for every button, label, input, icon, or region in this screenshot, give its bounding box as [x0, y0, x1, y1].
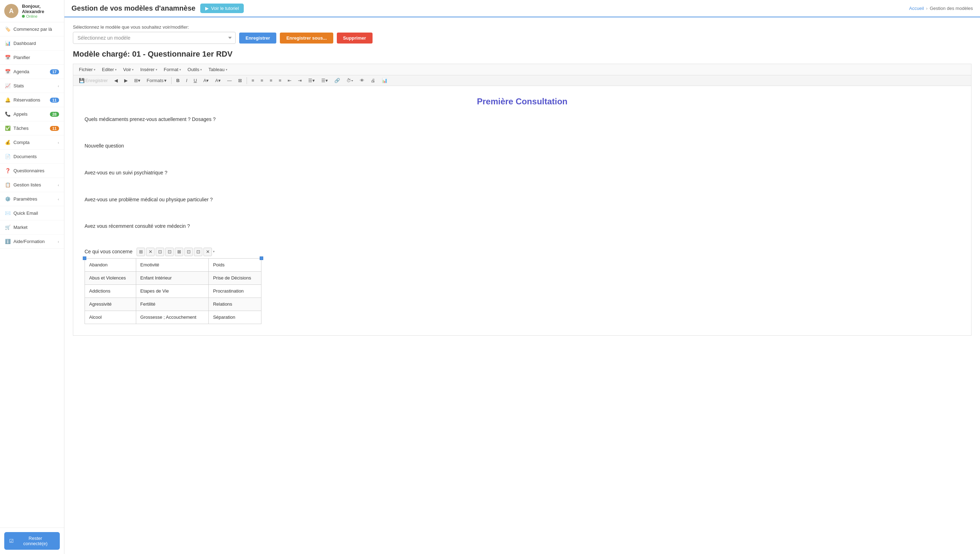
table-ctrl-row-insert-before[interactable]: ⊡	[185, 248, 193, 256]
table-cell[interactable]: Poids	[209, 258, 261, 271]
toolbar-font-color[interactable]: A▾	[200, 76, 212, 84]
table-cell[interactable]: Abandon	[85, 258, 136, 271]
model-select[interactable]: Sélectionnez un modèle	[73, 32, 235, 44]
editor-toolbar: 💾 Enregistrer ◀ ▶ ⊞▾ Formats ▾ B I U A▾ …	[73, 75, 972, 86]
breadcrumb-home[interactable]: Accueil	[909, 6, 924, 11]
table-cell[interactable]: Agressivité	[85, 298, 136, 311]
toolbar-sep-1	[171, 77, 172, 84]
toolbar-underline[interactable]: U	[191, 76, 199, 84]
sidebar-item-compta[interactable]: 💰 Compta ‹	[0, 135, 64, 150]
toolbar-bullets[interactable]: ☰▾	[305, 76, 318, 84]
toolbar-table[interactable]: ⊞▾	[131, 76, 143, 84]
table-ctrl-col-del[interactable]: ⊠	[175, 248, 183, 256]
sidebar-item-stats[interactable]: 📈 Stats ‹	[0, 79, 64, 93]
play-icon: ▶	[205, 6, 209, 11]
toolbar-bg-color[interactable]: A▾	[212, 76, 224, 84]
table-ctrl-row-insert-after[interactable]: ⊡	[194, 248, 202, 256]
select-label: Sélectionnez le modèle que vous souhaite…	[73, 24, 972, 30]
toolbar-eye[interactable]: 👁	[357, 76, 367, 84]
table-ctrl-col-insert-after[interactable]: ⊡	[165, 248, 174, 256]
table-ctrl-col-insert-before[interactable]: ⊡	[156, 248, 164, 256]
toolbar-outdent[interactable]: ⇤	[285, 76, 294, 84]
toolbar-formats[interactable]: Formats ▾	[144, 76, 170, 84]
toolbar-hr[interactable]: —	[224, 76, 235, 84]
table-selector-tl[interactable]	[83, 256, 86, 260]
table-cell[interactable]: Alcool	[85, 311, 136, 324]
editor-document-title: Première Consultation	[84, 94, 960, 109]
toolbar-undo[interactable]: ◀	[111, 76, 121, 84]
sidebar-item-appels[interactable]: 📞 Appels 28	[0, 107, 64, 121]
toolbar-align-justify[interactable]: ≡	[276, 76, 285, 84]
stay-connected-button[interactable]: ☑ Rester connecté(e)	[4, 532, 60, 550]
save-button[interactable]: Enregistrer	[239, 33, 276, 43]
sidebar-item-agenda[interactable]: 📅 Agenda 17	[0, 65, 64, 79]
parametres-chevron: ‹	[58, 197, 59, 201]
toolbar-print[interactable]: 🖨	[368, 76, 378, 84]
table-cell[interactable]: Séparation	[209, 311, 261, 324]
toolbar-align-center[interactable]: ≡	[258, 76, 266, 84]
table-cell[interactable]: Enfant Intérieur	[136, 271, 209, 285]
table-cell[interactable]: Prise de Décisions	[209, 271, 261, 285]
reservations-badge: 11	[50, 98, 59, 103]
menu-tableau[interactable]: Tableau ▾	[205, 65, 230, 73]
table-cell[interactable]: Etapes de Vie	[136, 285, 209, 298]
sidebar-item-market[interactable]: 🛒 Market	[0, 220, 64, 234]
toolbar-numbered[interactable]: ☰▾	[318, 76, 331, 84]
table-cell[interactable]: Fertilité	[136, 298, 209, 311]
sidebar-item-planifier[interactable]: 📅 Planifier	[0, 51, 64, 65]
toolbar-link[interactable]: 🔗	[331, 76, 343, 84]
table-cell[interactable]: Relations	[209, 298, 261, 311]
table-cell[interactable]: Grossesse ; Accouchement	[136, 311, 209, 324]
table-cell[interactable]: Addictions	[85, 285, 136, 298]
save-as-button[interactable]: Enregistrer sous...	[280, 33, 333, 43]
toolbar-redo[interactable]: ▶	[121, 76, 130, 84]
table-ctrl-grid[interactable]: ⊞	[137, 248, 145, 256]
toolbar-chart[interactable]: 📊	[379, 76, 390, 84]
sidebar-item-reservations[interactable]: 🔔 Réservations 11	[0, 93, 64, 107]
sidebar-item-documents[interactable]: 📄 Documents	[0, 150, 64, 164]
sidebar-item-gestion-listes[interactable]: 📋 Gestion listes ‹	[0, 178, 64, 192]
toolbar-align-right[interactable]: ≡	[267, 76, 275, 84]
table-selector-tr[interactable]	[260, 256, 263, 260]
delete-button[interactable]: Supprimer	[337, 33, 372, 43]
toolbar-timer[interactable]: ⏱▾	[344, 76, 356, 84]
menu-voir[interactable]: Voir ▾	[120, 65, 137, 73]
table-cell[interactable]: Abus et Violences	[85, 271, 136, 285]
sidebar-item-dashboard[interactable]: 📊 Dashboard	[0, 37, 64, 51]
info-icon: ℹ️	[5, 239, 11, 244]
editor-content[interactable]: Première Consultation Quels médicaments …	[73, 86, 972, 336]
sidebar-nav: 🏷️ Commencez par là 📊 Dashboard 📅 Planif…	[0, 22, 64, 527]
editor-question-2: Nouvelle question	[84, 142, 960, 150]
menu-format[interactable]: Format ▾	[161, 65, 184, 73]
sidebar-item-taches[interactable]: ✅ Tâches 11	[0, 121, 64, 135]
tutorial-button[interactable]: ▶ Voir le tutoriel	[200, 3, 244, 13]
editor-spacer-2	[84, 155, 960, 164]
table-cell[interactable]: Emotivité	[136, 258, 209, 271]
toolbar-special[interactable]: ⊠	[235, 76, 245, 84]
sidebar-item-quick-email[interactable]: ✉️ Quick Email	[0, 206, 64, 220]
status-dot	[22, 15, 25, 18]
user-status: Online	[22, 14, 60, 18]
toolbar-indent[interactable]: ⇥	[295, 76, 305, 84]
toolbar-bold[interactable]: B	[173, 76, 182, 84]
toolbar-align-left[interactable]: ≡	[249, 76, 257, 84]
table-ctrl-del[interactable]: ✕	[146, 248, 154, 256]
sidebar-item-parametres[interactable]: ⚙️ Paramètres ‹	[0, 192, 64, 206]
gear-icon: ⚙️	[5, 196, 11, 202]
toolbar-sep-2	[247, 77, 247, 84]
sidebar-item-aide-formation[interactable]: ℹ️ Aide/Formation ‹	[0, 234, 64, 249]
sidebar-header: A Bonjour, Alexandre Online	[0, 0, 64, 22]
table-cell[interactable]: Procrastination	[209, 285, 261, 298]
menu-inserer[interactable]: Insérer ▾	[137, 65, 160, 73]
sidebar-item-commencer[interactable]: 🏷️ Commencez par là	[0, 22, 64, 37]
sidebar-item-questionnaires[interactable]: ❓ Questionnaires	[0, 164, 64, 178]
menu-fichier[interactable]: Fichier ▾	[76, 65, 99, 73]
sidebar: A Bonjour, Alexandre Online 🏷️ Commencez…	[0, 0, 64, 554]
toolbar-enregistrer[interactable]: 💾 Enregistrer	[76, 76, 111, 84]
calendar-icon: 📅	[5, 55, 11, 60]
toolbar-italic[interactable]: I	[183, 76, 190, 84]
menu-outils[interactable]: Outils ▾	[185, 65, 205, 73]
menu-editer[interactable]: Editer ▾	[99, 65, 119, 73]
editor-question-6: Ce qui vous concerne	[84, 248, 132, 256]
table-ctrl-row-del[interactable]: ✕	[204, 248, 212, 256]
